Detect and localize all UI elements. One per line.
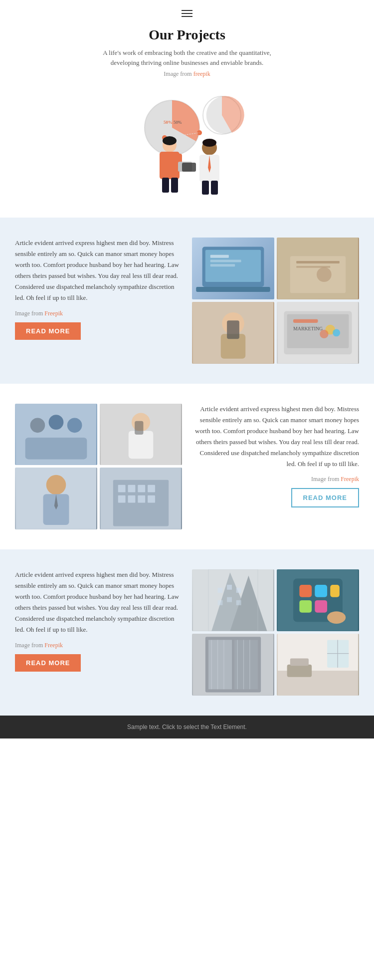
project-block-3: Article evident arrived express highest … [15,569,359,696]
section3-image-3 [192,634,274,696]
svg-point-48 [49,415,64,430]
svg-rect-101 [290,658,309,666]
section1-image-3 [192,302,274,364]
svg-rect-82 [315,585,327,597]
svg-rect-64 [148,485,155,492]
section3-image-2 [277,569,359,631]
section2-image-3 [15,468,97,529]
svg-rect-66 [128,495,136,503]
svg-rect-54 [135,421,143,434]
section2-read-more-button[interactable]: READ MORE [291,488,359,507]
svg-rect-41 [293,319,318,322]
svg-rect-27 [210,260,241,262]
section1-content: Article evident arrived express highest … [15,238,182,364]
page-title: Our Projects [0,27,374,43]
svg-rect-26 [210,255,229,258]
section3-image-from: Image from Freepik [15,642,182,649]
section3-freepik-link[interactable]: Freepik [44,642,63,649]
section2-text: Article evident arrived express highest … [192,404,359,470]
section2-image-1 [15,404,97,466]
svg-rect-68 [148,495,155,503]
section-3: Article evident arrived express highest … [0,549,374,716]
project-block-1: Article evident arrived express highest … [15,238,359,364]
svg-rect-19 [199,156,205,173]
section1-images: MARKETING [192,238,359,364]
svg-rect-28 [210,264,235,266]
svg-rect-14 [171,178,178,193]
page-subtitle: A life's work of embracing both the crea… [92,48,282,67]
project-block-2: Article evident arrived express highest … [15,404,359,530]
section2-image-from: Image from Freepik [192,476,359,483]
svg-point-33 [317,267,332,282]
section1-freepik-link[interactable]: Freepik [44,310,63,317]
section3-image-grid [192,569,359,696]
hamburger-menu[interactable] [0,10,374,17]
svg-point-49 [67,418,82,433]
hero-image-from: Image from freepik [0,70,374,78]
svg-rect-13 [162,178,169,193]
svg-rect-75 [236,588,241,593]
svg-rect-50 [25,438,87,459]
svg-point-86 [327,611,346,624]
section3-image-4 [277,634,359,696]
section3-content: Article evident arrived express highest … [15,569,182,696]
section1-image-2 [277,238,359,299]
svg-rect-85 [315,600,327,613]
svg-rect-31 [296,261,340,263]
svg-rect-62 [128,485,136,492]
svg-rect-76 [218,600,223,605]
section2-image-4 [100,468,182,529]
section-1: Article evident arrived express highest … [0,218,374,384]
svg-text:MARKETING: MARKETING [293,326,323,331]
section3-text: Article evident arrived express highest … [15,569,182,636]
svg-point-44 [333,329,340,336]
svg-rect-37 [227,320,239,339]
svg-rect-63 [138,485,145,492]
section2-image-2 [100,404,182,466]
svg-rect-61 [118,485,126,492]
section3-read-more-button[interactable]: READ MORE [15,654,81,672]
section2-image-grid [15,404,182,530]
svg-rect-77 [227,597,232,602]
svg-text:50%: 50% [174,120,182,125]
section3-image-1 [192,569,274,631]
section1-image-from: Image from Freepik [15,310,182,317]
svg-rect-83 [330,585,340,597]
svg-rect-73 [218,588,223,593]
svg-rect-65 [118,495,126,503]
svg-rect-25 [196,287,270,292]
svg-rect-21 [202,181,209,195]
section1-image-1 [192,238,274,299]
svg-point-16 [202,139,216,147]
section2-content: Article evident arrived express highest … [192,404,359,530]
section1-text: Article evident arrived express highest … [15,238,182,304]
svg-rect-53 [129,431,154,459]
svg-rect-100 [287,665,312,677]
svg-point-56 [46,475,66,495]
section2-btn-block: READ MORE [192,488,359,507]
section2-freepik-link[interactable]: Freepik [341,476,359,483]
svg-rect-74 [227,585,232,590]
section1-read-more-button[interactable]: READ MORE [15,322,81,340]
freepik-link[interactable]: freepik [193,70,210,77]
svg-point-9 [163,136,177,145]
section3-images [192,569,359,696]
section-2: Article evident arrived express highest … [0,384,374,550]
svg-rect-81 [299,585,312,597]
svg-rect-20 [182,163,196,172]
svg-rect-90 [234,640,258,689]
svg-point-47 [30,418,45,433]
page-header: Our Projects A life's work of embracing … [0,0,374,218]
svg-rect-89 [208,640,232,689]
svg-rect-22 [211,181,218,195]
svg-text:50%: 50% [164,120,173,125]
hero-illustration: 50% 50% [0,83,374,213]
section1-image-4: MARKETING [277,302,359,364]
svg-rect-78 [236,600,241,605]
section1-image-grid: MARKETING [192,238,359,364]
footer-text: Sample text. Click to select the Text El… [127,724,247,731]
svg-point-45 [320,329,328,338]
footer-bar: Sample text. Click to select the Text El… [0,716,374,738]
section2-images [15,404,182,530]
svg-rect-84 [299,600,312,613]
